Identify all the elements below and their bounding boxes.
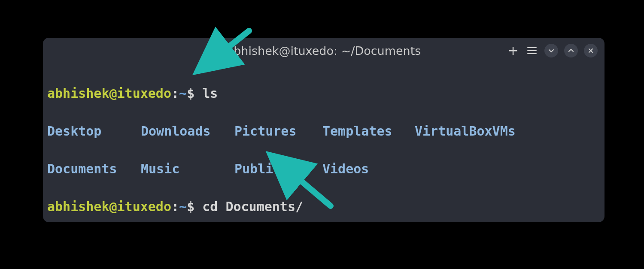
dir-entry: Desktop (47, 122, 141, 141)
chevron-up-icon (568, 47, 574, 54)
terminal-window: abhishek@ituxedo: ~/Documents + abhishek… (43, 38, 605, 222)
prompt-line-1: abhishek@ituxedo:~$ ls (47, 84, 600, 103)
window-title: abhishek@ituxedo: ~/Documents (227, 44, 421, 57)
dir-entry: Music (141, 160, 234, 178)
terminal-body[interactable]: abhishek@ituxedo:~$ ls DesktopDownloadsP… (43, 63, 605, 222)
dir-entry: Pictures (234, 122, 322, 141)
close-icon (587, 47, 594, 54)
menu-button[interactable] (526, 44, 538, 57)
canvas: abhishek@ituxedo: ~/Documents + abhishek… (0, 0, 644, 269)
minimize-button[interactable] (544, 44, 558, 57)
ls-output-row-1: DesktopDownloadsPicturesTemplatesVirtual… (47, 122, 600, 141)
dir-entry: Templates (322, 122, 415, 141)
dir-entry: Public (234, 160, 322, 178)
prompt-line-2: abhishek@ituxedo:~$ cd Documents/ (47, 197, 600, 216)
close-button[interactable] (584, 44, 598, 57)
chevron-down-icon (548, 47, 555, 54)
titlebar-controls: + (507, 38, 598, 63)
new-tab-button[interactable]: + (507, 44, 519, 57)
dir-entry: Videos (322, 160, 415, 178)
command-ls: ls (202, 86, 218, 101)
prompt-host: ituxedo (117, 86, 171, 101)
ls-output-row-2: DocumentsMusicPublicVideos (47, 160, 600, 178)
maximize-button[interactable] (564, 44, 578, 57)
dir-entry: VirtualBoxVMs (415, 122, 600, 141)
command-cd: cd Documents/ (202, 199, 303, 214)
hamburger-icon (527, 47, 537, 54)
dir-entry: Downloads (141, 122, 234, 141)
prompt-path: ~ (179, 86, 187, 101)
titlebar: abhishek@ituxedo: ~/Documents + (43, 38, 605, 63)
prompt-user: abhishek (47, 86, 109, 101)
dir-entry: Documents (47, 160, 141, 178)
